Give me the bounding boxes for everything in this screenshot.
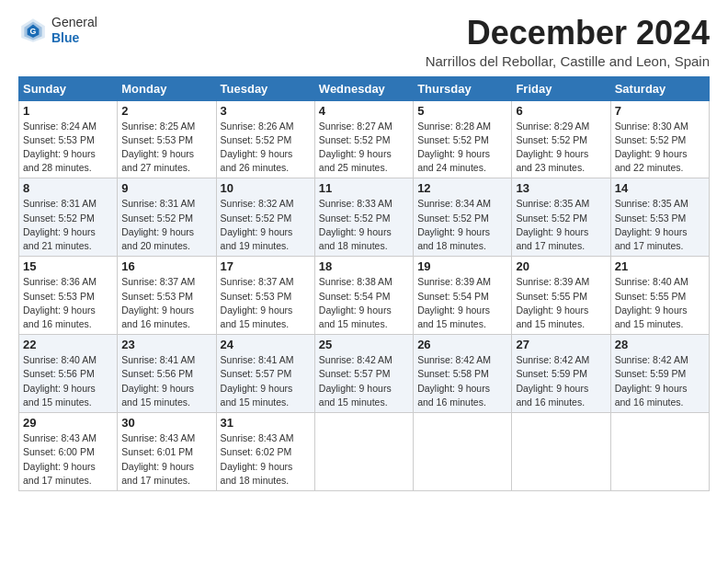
calendar-cell: 1 Sunrise: 8:24 AMSunset: 5:53 PMDayligh…: [19, 100, 118, 178]
day-number: 28: [615, 338, 705, 351]
day-info: Sunrise: 8:30 AMSunset: 5:52 PMDaylight:…: [615, 121, 688, 174]
day-info: Sunrise: 8:41 AMSunset: 5:56 PMDaylight:…: [121, 354, 195, 408]
location: Narrillos del Rebollar, Castille and Leo…: [426, 53, 710, 69]
page-container: G General Blue December 2024 Narrillos d…: [0, 0, 728, 502]
day-number: 5: [417, 104, 507, 118]
calendar-cell: 31 Sunrise: 8:43 AMSunset: 6:02 PMDaylig…: [216, 413, 314, 491]
day-info: Sunrise: 8:35 AMSunset: 5:52 PMDaylight:…: [516, 198, 589, 251]
day-info: Sunrise: 8:24 AMSunset: 5:53 PMDaylight:…: [23, 121, 97, 174]
day-info: Sunrise: 8:31 AMSunset: 5:52 PMDaylight:…: [23, 198, 97, 251]
day-number: 16: [121, 259, 211, 273]
calendar-cell: 9 Sunrise: 8:31 AMSunset: 5:52 PMDayligh…: [118, 178, 216, 257]
header-wednesday: Wednesday: [314, 76, 413, 100]
day-info: Sunrise: 8:40 AMSunset: 5:55 PMDaylight:…: [615, 276, 688, 329]
calendar-week-row: 22 Sunrise: 8:40 AMSunset: 5:56 PMDaylig…: [19, 335, 710, 413]
calendar-cell: 28 Sunrise: 8:42 AMSunset: 5:59 PMDaylig…: [610, 335, 709, 413]
header: G General Blue December 2024 Narrillos d…: [18, 15, 710, 69]
calendar-cell: 2 Sunrise: 8:25 AMSunset: 5:53 PMDayligh…: [118, 100, 216, 178]
day-number: 21: [615, 259, 705, 273]
day-number: 2: [121, 104, 211, 118]
calendar-cell: 10 Sunrise: 8:32 AMSunset: 5:52 PMDaylig…: [216, 178, 314, 257]
day-info: Sunrise: 8:25 AMSunset: 5:53 PMDaylight:…: [121, 121, 195, 174]
header-friday: Friday: [512, 76, 610, 100]
day-info: Sunrise: 8:42 AMSunset: 5:59 PMDaylight:…: [516, 354, 589, 408]
title-block: December 2024 Narrillos del Rebollar, Ca…: [426, 15, 710, 69]
day-number: 23: [121, 338, 211, 351]
day-info: Sunrise: 8:37 AMSunset: 5:53 PMDaylight:…: [221, 276, 294, 329]
day-number: 19: [417, 259, 507, 273]
month-title: December 2024: [426, 15, 710, 52]
calendar-cell: [512, 413, 610, 491]
calendar-cell: [610, 413, 709, 491]
day-number: 30: [121, 416, 211, 430]
day-info: Sunrise: 8:32 AMSunset: 5:52 PMDaylight:…: [221, 198, 294, 251]
day-number: 22: [23, 338, 113, 351]
logo: G General Blue: [18, 15, 97, 46]
day-info: Sunrise: 8:33 AMSunset: 5:52 PMDaylight:…: [319, 198, 392, 251]
day-number: 10: [221, 181, 311, 195]
day-number: 13: [516, 181, 606, 195]
calendar-cell: 25 Sunrise: 8:42 AMSunset: 5:57 PMDaylig…: [314, 335, 413, 413]
header-saturday: Saturday: [610, 76, 709, 100]
day-info: Sunrise: 8:26 AMSunset: 5:52 PMDaylight:…: [221, 121, 294, 174]
logo-text: General Blue: [51, 15, 97, 46]
day-info: Sunrise: 8:34 AMSunset: 5:52 PMDaylight:…: [417, 198, 491, 251]
day-info: Sunrise: 8:43 AMSunset: 6:00 PMDaylight:…: [23, 432, 97, 486]
day-number: 11: [319, 181, 409, 195]
calendar-table: Sunday Monday Tuesday Wednesday Thursday…: [18, 76, 710, 491]
day-number: 18: [319, 259, 409, 273]
calendar-cell: 11 Sunrise: 8:33 AMSunset: 5:52 PMDaylig…: [314, 178, 413, 257]
logo-blue-text: Blue: [51, 30, 97, 46]
day-number: 7: [615, 104, 705, 118]
calendar-cell: 20 Sunrise: 8:39 AMSunset: 5:55 PMDaylig…: [512, 257, 610, 335]
day-info: Sunrise: 8:28 AMSunset: 5:52 PMDaylight:…: [417, 121, 491, 174]
calendar-header-row: Sunday Monday Tuesday Wednesday Thursday…: [19, 76, 710, 100]
day-info: Sunrise: 8:37 AMSunset: 5:53 PMDaylight:…: [121, 276, 195, 329]
day-info: Sunrise: 8:27 AMSunset: 5:52 PMDaylight:…: [319, 121, 392, 174]
day-number: 8: [23, 181, 113, 195]
calendar-cell: 30 Sunrise: 8:43 AMSunset: 6:01 PMDaylig…: [118, 413, 216, 491]
day-number: 6: [516, 104, 606, 118]
calendar-cell: 29 Sunrise: 8:43 AMSunset: 6:00 PMDaylig…: [19, 413, 118, 491]
header-sunday: Sunday: [19, 76, 118, 100]
calendar-cell: 5 Sunrise: 8:28 AMSunset: 5:52 PMDayligh…: [414, 100, 512, 178]
day-number: 3: [221, 104, 311, 118]
calendar-cell: 8 Sunrise: 8:31 AMSunset: 5:52 PMDayligh…: [19, 178, 118, 257]
day-number: 4: [319, 104, 409, 118]
day-info: Sunrise: 8:39 AMSunset: 5:54 PMDaylight:…: [417, 276, 491, 329]
day-info: Sunrise: 8:29 AMSunset: 5:52 PMDaylight:…: [516, 121, 589, 174]
day-info: Sunrise: 8:43 AMSunset: 6:01 PMDaylight:…: [121, 432, 195, 486]
day-number: 24: [221, 338, 311, 351]
calendar-cell: 24 Sunrise: 8:41 AMSunset: 5:57 PMDaylig…: [216, 335, 314, 413]
calendar-cell: 18 Sunrise: 8:38 AMSunset: 5:54 PMDaylig…: [314, 257, 413, 335]
header-thursday: Thursday: [414, 76, 512, 100]
calendar-cell: 12 Sunrise: 8:34 AMSunset: 5:52 PMDaylig…: [414, 178, 512, 257]
day-number: 20: [516, 259, 606, 273]
day-info: Sunrise: 8:41 AMSunset: 5:57 PMDaylight:…: [221, 354, 294, 408]
calendar-week-row: 15 Sunrise: 8:36 AMSunset: 5:53 PMDaylig…: [19, 257, 710, 335]
calendar-cell: 13 Sunrise: 8:35 AMSunset: 5:52 PMDaylig…: [512, 178, 610, 257]
logo-general: General: [51, 15, 97, 30]
calendar-cell: 14 Sunrise: 8:35 AMSunset: 5:53 PMDaylig…: [610, 178, 709, 257]
calendar-cell: 15 Sunrise: 8:36 AMSunset: 5:53 PMDaylig…: [19, 257, 118, 335]
day-number: 27: [516, 338, 606, 351]
day-number: 9: [121, 181, 211, 195]
day-info: Sunrise: 8:38 AMSunset: 5:54 PMDaylight:…: [319, 276, 392, 329]
day-number: 15: [23, 259, 113, 273]
day-number: 14: [615, 181, 705, 195]
day-number: 29: [23, 416, 113, 430]
calendar-week-row: 8 Sunrise: 8:31 AMSunset: 5:52 PMDayligh…: [19, 178, 710, 257]
calendar-cell: [314, 413, 413, 491]
calendar-cell: 19 Sunrise: 8:39 AMSunset: 5:54 PMDaylig…: [414, 257, 512, 335]
day-info: Sunrise: 8:35 AMSunset: 5:53 PMDaylight:…: [615, 198, 688, 251]
header-tuesday: Tuesday: [216, 76, 314, 100]
calendar-cell: 16 Sunrise: 8:37 AMSunset: 5:53 PMDaylig…: [118, 257, 216, 335]
day-info: Sunrise: 8:40 AMSunset: 5:56 PMDaylight:…: [23, 354, 97, 408]
day-number: 31: [221, 416, 311, 430]
day-number: 17: [221, 259, 311, 273]
day-info: Sunrise: 8:42 AMSunset: 5:57 PMDaylight:…: [319, 354, 392, 408]
calendar-cell: 17 Sunrise: 8:37 AMSunset: 5:53 PMDaylig…: [216, 257, 314, 335]
day-info: Sunrise: 8:36 AMSunset: 5:53 PMDaylight:…: [23, 276, 97, 329]
day-number: 1: [23, 104, 113, 118]
logo-icon: G: [18, 16, 48, 45]
